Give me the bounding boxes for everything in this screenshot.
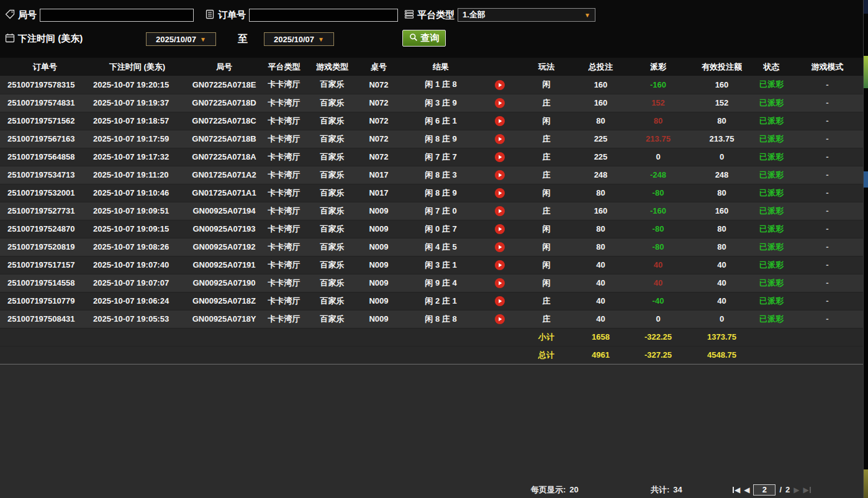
table-row[interactable]: 2510071975277312025-10-07 19:09:51GN0092… xyxy=(0,202,863,220)
cell-table_no: N009 xyxy=(360,292,397,310)
replay-play-icon[interactable] xyxy=(495,314,505,324)
table-row[interactable]: 2510071975084312025-10-07 19:05:53GN0092… xyxy=(0,310,863,328)
table-row[interactable]: 2510071975208192025-10-07 19:08:26GN0092… xyxy=(0,238,863,256)
table-row[interactable]: 2510071975347132025-10-07 19:11:20GN0172… xyxy=(0,166,863,184)
cell-method: 闲 xyxy=(515,112,577,130)
replay-play-icon[interactable] xyxy=(495,224,505,234)
cell-valid: 248 xyxy=(692,166,751,184)
cell-mode: - xyxy=(792,148,863,166)
cell-round: GN01725A071A2 xyxy=(184,166,264,184)
page-divider: / xyxy=(779,485,782,494)
replay-play-icon[interactable] xyxy=(495,278,505,288)
last-page-icon[interactable]: ▶ xyxy=(803,486,811,494)
cell-method: 闲 xyxy=(515,256,577,274)
cell-time: 2025-10-07 19:06:24 xyxy=(90,292,184,310)
table-row[interactable]: 2510071975145582025-10-07 19:07:07GN0092… xyxy=(0,274,863,292)
replay-play-icon[interactable] xyxy=(495,170,505,180)
cell-platform: 卡卡湾厅 xyxy=(264,148,304,166)
cell-round: GN00925A0718Z xyxy=(184,292,264,310)
first-page-icon[interactable]: ◀ xyxy=(733,486,740,494)
cell-result: 闲 3 庄 1 xyxy=(397,256,484,274)
cell-game: 百家乐 xyxy=(304,256,360,274)
replay-play-icon[interactable] xyxy=(495,152,505,162)
cell-bet: 80 xyxy=(577,112,624,130)
column-header: 游戏模式 xyxy=(792,58,863,76)
cell-valid: 40 xyxy=(692,292,751,310)
table-row[interactable]: 2510071975171572025-10-07 19:07:40GN0092… xyxy=(0,256,863,274)
table-row[interactable]: 2510071975248702025-10-07 19:09:15GN0092… xyxy=(0,220,863,238)
cell-status: 已派彩 xyxy=(751,238,792,256)
replay-play-icon[interactable] xyxy=(495,206,505,216)
cell-order: 251007197508431 xyxy=(0,310,90,328)
cell-game: 百家乐 xyxy=(304,274,360,292)
records-table: 订单号下注时间 (美东)局号平台类型游戏类型桌号结果玩法总投注派彩有效投注额状态… xyxy=(0,58,863,364)
total-payout-total: -327.25 xyxy=(624,346,692,364)
cell-order: 251007197517157 xyxy=(0,256,90,274)
cell-mode: - xyxy=(792,112,863,130)
cell-status: 已派彩 xyxy=(751,130,792,148)
replay-play-icon[interactable] xyxy=(495,98,505,108)
replay-play-icon[interactable] xyxy=(495,296,505,306)
cell-round: GN00925A07193 xyxy=(184,220,264,238)
table-row[interactable]: 2510071975320012025-10-07 19:10:46GN0172… xyxy=(0,184,863,202)
cell-mode: - xyxy=(792,202,863,220)
replay-play-icon[interactable] xyxy=(495,80,505,90)
bet-records-panel: 局号 订单号 平台类型 1.全部 ▼ 下注时间 (美东) xyxy=(0,0,864,498)
layers-icon xyxy=(404,9,414,21)
cell-payout: 0 xyxy=(624,148,692,166)
replay-play-icon[interactable] xyxy=(495,188,505,198)
table-row[interactable]: 2510071975783152025-10-07 19:20:15GN0722… xyxy=(0,76,863,94)
page-input[interactable] xyxy=(753,484,775,496)
prev-page-icon[interactable]: ◀ xyxy=(744,486,749,494)
subtotal-row: 小计1658-322.251373.75 xyxy=(0,328,863,346)
cell-status: 已派彩 xyxy=(751,274,792,292)
cell-order: 251007197564858 xyxy=(0,148,90,166)
table-row[interactable]: 2510071975715622025-10-07 19:18:57GN0722… xyxy=(0,112,863,130)
cell-mode: - xyxy=(792,76,863,94)
cell-payout: -160 xyxy=(624,76,692,94)
cell-mode: - xyxy=(792,310,863,328)
order-number-input[interactable] xyxy=(249,9,398,22)
cell-game: 百家乐 xyxy=(304,184,360,202)
cell-order: 251007197520819 xyxy=(0,238,90,256)
replay-play-icon[interactable] xyxy=(495,134,505,144)
cell-round: GN07225A0718A xyxy=(184,148,264,166)
cell-bet: 225 xyxy=(577,130,624,148)
cell-order: 251007197578315 xyxy=(0,76,90,94)
cell-valid: 80 xyxy=(692,112,751,130)
cell-status: 已派彩 xyxy=(751,256,792,274)
cell-time: 2025-10-07 19:07:07 xyxy=(90,274,184,292)
total-valid-total: 4548.75 xyxy=(692,346,751,364)
column-header: 下注时间 (美东) xyxy=(90,58,184,76)
round-input[interactable] xyxy=(40,9,194,22)
cell-mode: - xyxy=(792,274,863,292)
cell-table_no: N009 xyxy=(360,238,397,256)
replay-play-icon[interactable] xyxy=(495,260,505,270)
cell-order: 251007197567163 xyxy=(0,130,90,148)
cell-bet: 225 xyxy=(577,148,624,166)
cell-status: 已派彩 xyxy=(751,310,792,328)
table-row[interactable]: 2510071975107792025-10-07 19:06:24GN0092… xyxy=(0,292,863,310)
replay-play-icon[interactable] xyxy=(495,116,505,126)
cell-round: GN00925A07192 xyxy=(184,238,264,256)
table-row[interactable]: 2510071975648582025-10-07 19:17:32GN0722… xyxy=(0,148,863,166)
date-from-select[interactable]: 2025/10/07 ▼ xyxy=(146,32,216,46)
subtotal-label: 小计 xyxy=(515,328,577,346)
table-row[interactable]: 2510071975671632025-10-07 19:17:59GN0722… xyxy=(0,130,863,148)
cell-game: 百家乐 xyxy=(304,76,360,94)
platform-type-select[interactable]: 1.全部 ▼ xyxy=(458,8,595,22)
cell-time: 2025-10-07 19:11:20 xyxy=(90,166,184,184)
cell-valid: 80 xyxy=(692,220,751,238)
cell-time: 2025-10-07 19:20:15 xyxy=(90,76,184,94)
next-page-icon[interactable]: ▶ xyxy=(793,486,799,494)
cell-method: 庄 xyxy=(515,130,577,148)
replay-play-icon[interactable] xyxy=(495,242,505,252)
subtotal-valid-total: 1373.75 xyxy=(692,328,751,346)
cell-payout: -40 xyxy=(624,292,692,310)
cell-table_no: N072 xyxy=(360,76,397,94)
query-button[interactable]: 查询 xyxy=(402,30,446,47)
date-to-select[interactable]: 2025/10/07 ▼ xyxy=(264,32,334,46)
total-bet-total: 4961 xyxy=(577,346,624,364)
table-row[interactable]: 2510071975748312025-10-07 19:19:37GN0722… xyxy=(0,94,863,112)
cell-payout: 40 xyxy=(624,256,692,274)
